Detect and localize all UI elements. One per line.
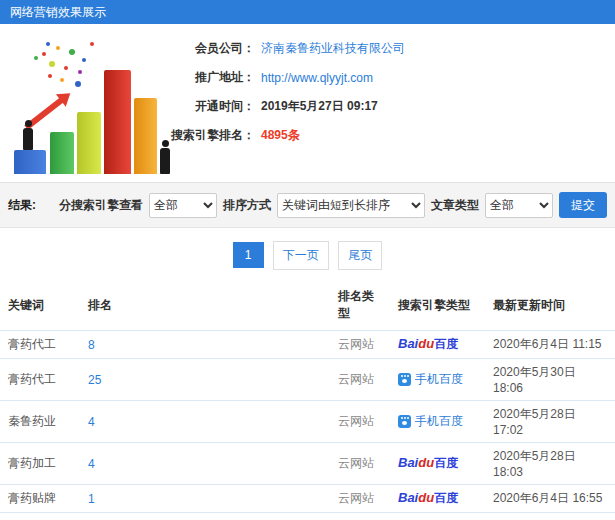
table-header-row: 关键词 排名 排名类型 搜索引擎类型 最新更新时间 xyxy=(0,280,615,331)
rank-link[interactable]: 4 xyxy=(88,457,95,471)
mobile-baidu-label: 手机百度 xyxy=(398,371,463,388)
col-header-keyword: 关键词 xyxy=(0,280,80,331)
baidu-logo-icon: Baidu百度 xyxy=(398,336,458,351)
rank-count-row: 搜索引擎排名： 4895条 xyxy=(155,121,607,150)
member-company-row: 会员公司： 济南秦鲁药业科技有限公司 xyxy=(155,34,607,63)
rank-type-cell: 云网站 xyxy=(330,401,390,443)
baidu-logo-icon: Baidu百度 xyxy=(398,490,458,505)
rank-link[interactable]: 4 xyxy=(88,415,95,429)
update-time-cell: 2020年5月28日 16:55 xyxy=(485,513,615,520)
engine-cell: 手机百度 xyxy=(390,513,485,520)
mobile-baidu-icon xyxy=(398,415,411,428)
clipart-bar-orange xyxy=(134,98,157,174)
results-table-tbody: 膏药代工8云网站Baidu百度2020年6月4日 11:15膏药代工25云网站手… xyxy=(0,331,615,520)
keyword-cell: 秦鲁药业 xyxy=(0,401,80,443)
rank-type-cell: 云网站 xyxy=(330,331,390,359)
sort-select[interactable]: 关键词由短到长排序 xyxy=(277,193,425,218)
table-row: 膏药贴牌1云网站Baidu百度2020年6月4日 16:55 xyxy=(0,485,615,513)
engine-filter-label: 分搜索引擎查看 xyxy=(59,197,143,214)
rank-link[interactable]: 8 xyxy=(88,338,95,352)
table-row: 膏药代工25云网站手机百度2020年5月30日 18:06 xyxy=(0,359,615,401)
engine-cell: Baidu百度 xyxy=(390,331,485,359)
rank-type-cell: 云网站 xyxy=(330,443,390,485)
pagination: 1 下一页 尾页 xyxy=(0,241,615,270)
article-type-select[interactable]: 全部 xyxy=(485,193,553,218)
rank-type-cell: 云网站 xyxy=(330,359,390,401)
page-title: 网络营销效果展示 xyxy=(10,5,106,19)
update-time-cell: 2020年6月4日 16:55 xyxy=(485,485,615,513)
engine-cell: 手机百度 xyxy=(390,359,485,401)
mobile-baidu-icon xyxy=(398,373,411,386)
window-titlebar: 网络营销效果展示 xyxy=(0,0,615,24)
filter-controls: 分搜索引擎查看 全部 排序方式 关键词由短到长排序 文章类型 全部 提交 xyxy=(59,192,607,218)
member-company-link[interactable]: 济南秦鲁药业科技有限公司 xyxy=(261,40,405,57)
col-header-rank-type: 排名类型 xyxy=(330,280,390,331)
clipart-bar-blue xyxy=(14,150,46,174)
businessman-figure-left xyxy=(23,128,33,150)
rank-type-cell: 云网站 xyxy=(330,513,390,520)
rank-count-value: 4895条 xyxy=(261,127,300,144)
member-info-panel: 会员公司： 济南秦鲁药业科技有限公司 推广地址： http://www.qlyy… xyxy=(155,34,607,150)
engine-cell: Baidu百度 xyxy=(390,443,485,485)
next-page-button[interactable]: 下一页 xyxy=(273,241,329,270)
keyword-cell: 口罩贴牌 xyxy=(0,513,80,520)
update-time-cell: 2020年5月28日 17:02 xyxy=(485,401,615,443)
member-company-label: 会员公司： xyxy=(155,40,255,57)
open-time-row: 开通时间： 2019年5月27日 09:17 xyxy=(155,92,607,121)
engine-cell: Baidu百度 xyxy=(390,485,485,513)
sort-label: 排序方式 xyxy=(223,197,271,214)
engine-filter-select[interactable]: 全部 xyxy=(149,193,217,218)
result-label: 结果: xyxy=(8,197,36,214)
clipart-bar-green xyxy=(50,132,74,174)
info-section: 会员公司： 济南秦鲁药业科技有限公司 推广地址： http://www.qlyy… xyxy=(0,24,615,182)
clipart-bar-red xyxy=(104,70,131,174)
filter-bar: 结果: 分搜索引擎查看 全部 排序方式 关键词由短到长排序 文章类型 全部 提交 xyxy=(0,182,615,228)
rank-type-cell: 云网站 xyxy=(330,485,390,513)
keyword-cell: 膏药代工 xyxy=(0,331,80,359)
baidu-logo-icon: Baidu百度 xyxy=(398,455,458,470)
table-row: 膏药加工4云网站Baidu百度2020年5月28日 18:03 xyxy=(0,443,615,485)
keyword-cell: 膏药贴牌 xyxy=(0,485,80,513)
rank-cell: 8 xyxy=(80,331,330,359)
keyword-cell: 膏药加工 xyxy=(0,443,80,485)
update-time-cell: 2020年6月4日 11:15 xyxy=(485,331,615,359)
table-row: 膏药代工8云网站Baidu百度2020年6月4日 11:15 xyxy=(0,331,615,359)
rank-cell: 1 xyxy=(80,485,330,513)
table-row: 口罩贴牌29云网站手机百度2020年5月28日 16:55 xyxy=(0,513,615,520)
update-time-cell: 2020年5月28日 18:03 xyxy=(485,443,615,485)
results-table: 关键词 排名 排名类型 搜索引擎类型 最新更新时间 膏药代工8云网站Baidu百… xyxy=(0,280,615,520)
article-type-label: 文章类型 xyxy=(431,197,479,214)
clipart-bar-yellow xyxy=(77,112,101,174)
page-1-button[interactable]: 1 xyxy=(233,242,264,268)
rank-cell: 4 xyxy=(80,401,330,443)
update-time-cell: 2020年5月30日 18:06 xyxy=(485,359,615,401)
mobile-baidu-label: 手机百度 xyxy=(398,413,463,430)
promo-url-row: 推广地址： http://www.qlyyjt.com xyxy=(155,63,607,92)
open-time-value: 2019年5月27日 09:17 xyxy=(261,98,378,115)
open-time-label: 开通时间： xyxy=(155,98,255,115)
rank-cell: 4 xyxy=(80,443,330,485)
rank-cell: 29 xyxy=(80,513,330,520)
table-row: 秦鲁药业4云网站手机百度2020年5月28日 17:02 xyxy=(0,401,615,443)
keyword-cell: 膏药代工 xyxy=(0,359,80,401)
promo-url-link[interactable]: http://www.qlyyjt.com xyxy=(261,71,373,85)
businessman-figure-right xyxy=(160,148,170,174)
submit-button[interactable]: 提交 xyxy=(559,192,607,218)
engine-cell: 手机百度 xyxy=(390,401,485,443)
confetti-dots-icon xyxy=(42,52,46,56)
growth-bar-chart-illustration xyxy=(8,30,176,178)
rank-link[interactable]: 1 xyxy=(88,492,95,506)
col-header-update-time: 最新更新时间 xyxy=(485,280,615,331)
rank-cell: 25 xyxy=(80,359,330,401)
rank-link[interactable]: 25 xyxy=(88,373,101,387)
promo-url-label: 推广地址： xyxy=(155,69,255,86)
col-header-engine-type: 搜索引擎类型 xyxy=(390,280,485,331)
rank-count-label: 搜索引擎排名： xyxy=(155,127,255,144)
last-page-button[interactable]: 尾页 xyxy=(338,241,382,270)
col-header-rank: 排名 xyxy=(80,280,330,331)
